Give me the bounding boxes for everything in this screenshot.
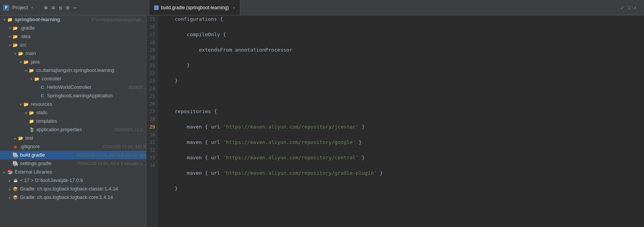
app-props-icon: 🍃 [29,127,35,133]
gradle-dir-icon: 📂 [12,25,18,31]
code-text[interactable]: configurations { compileOnly { extendsFr… [158,15,644,227]
tree-item-gitignore[interactable]: ◉ .gitignore 2024/2/25 11:05, 444 B [0,142,146,151]
java-arrow [18,60,23,64]
gitignore-date: 2024/2/25 11:05, 444 B [102,144,146,149]
test-label: test [25,135,146,141]
root-folder-icon: 📁 [7,17,13,23]
jdk-label: < 17 > D:\tool\Java\jdk-17.0.9 [20,178,146,183]
settings-gradle-date: 2024/2/28 21:01, 43 B 3 minutes a... [78,161,146,166]
helloworld-icon: C [39,84,45,90]
gradle-dir-arrow [7,26,12,30]
gitignore-label: .gitignore [20,144,102,149]
main-area: 📁 springboot-learning E:\workspace\java\… [0,15,644,227]
logback-classic-arrow [7,187,12,191]
tree-item-templates[interactable]: 📁 templates [0,117,146,125]
tree-item-resources[interactable]: 📂 resources [0,100,146,108]
main-icon: 📂 [18,50,24,57]
package-label: cn.daimajiangxin.springboot.learning [36,68,146,73]
ext-libs-label: External Libraries [15,169,146,175]
build-gradle-label: build.gradle [20,152,76,158]
controller-label: controller [42,76,146,82]
logback-classic-icon: 📦 [12,186,18,192]
jdk-icon: ☕ [12,177,18,184]
build-gradle-tab[interactable]: build.gradle (springboot-learning) × [149,0,240,15]
minimize-icon[interactable]: — [74,4,77,11]
package-icon: 📂 [29,67,35,73]
src-arrow [7,43,12,47]
tree-item-gradle-dir[interactable]: 📂 .gradle [0,24,146,32]
tree-item-java[interactable]: 📂 java [0,58,146,66]
idea-arrow [7,35,12,39]
code-editor[interactable]: 15 16 17 18 19 20 21 22 23 24 25 26 27 2… [146,15,644,227]
java-label: java [31,59,146,65]
project-dropdown-icon[interactable]: ▾ [31,5,33,10]
root-arrow [2,18,7,22]
status-caret[interactable]: ∧ [634,5,637,10]
app-props-date: 2024/2/25 11:3... [114,127,146,132]
tree-item-test[interactable]: 📂 test [0,134,146,142]
tree-item-static[interactable]: 📂 static [0,108,146,117]
tree-item-build-gradle[interactable]: 🐘 build.gradle 2024/2/28 21:03, 860 B A … [0,151,146,159]
helloworld-label: HelloWorldController [47,85,128,90]
gradle-file-icon [154,5,159,10]
project-tree[interactable]: 📁 springboot-learning E:\workspace\java\… [0,15,146,227]
main-arrow [12,52,18,56]
layout-icon[interactable]: ≡ [52,4,55,11]
root-label: springboot-learning [15,17,91,22]
controller-arrow [29,77,34,81]
editor-tabs: build.gradle (springboot-learning) × [149,0,620,15]
src-icon: 📂 [12,42,18,48]
tree-root[interactable]: 📁 springboot-learning E:\workspace\java\… [0,15,146,24]
test-icon: 📂 [18,135,24,141]
resources-icon: 📂 [23,101,29,107]
tree-item-jdk[interactable]: ☕ < 17 > D:\tool\Java\jdk-17.0.9 [0,176,146,185]
tree-item-app-props[interactable]: 🍃 application.properties 2024/2/25 11:3.… [0,125,146,134]
app-props-label: application.properties [36,127,114,132]
tree-item-idea[interactable]: 📂 .idea [0,32,146,41]
tree-item-main[interactable]: 📂 main [0,49,146,58]
build-gradle-icon: 🐘 [12,152,18,158]
controller-icon: 📂 [34,76,40,82]
tree-item-logback-classic[interactable]: 📦 Gradle: ch.qos.logback:logback-classic… [0,185,146,193]
helloworld-date: 2024/2/... [128,85,146,90]
tree-item-controller[interactable]: 📂 controller [0,75,146,83]
static-arrow [23,111,29,115]
static-label: static [36,110,146,115]
tab-label: build.gradle (springboot-learning) [161,5,229,10]
root-path: E:\workspace\java\springb... [91,17,144,22]
line-numbers: 15 16 17 18 19 20 21 22 23 24 25 26 27 2… [146,15,158,227]
check-icon: ✓ [620,5,625,11]
src-label: src [20,42,146,48]
tab-close-button[interactable]: × [233,5,235,10]
sort-icon[interactable]: ⇅ [59,4,62,11]
scope-icon[interactable]: ⊕ [44,4,48,11]
tree-item-src[interactable]: 📂 src [0,41,146,49]
project-label[interactable]: Project [12,5,28,10]
logback-core-icon: 📦 [12,194,18,200]
title-bar: P Project ▾ ⊕ ≡ ⇅ ⚙ — build.gradle (spri… [0,0,644,15]
app-label: SpringbootLearningApplication [47,93,146,98]
templates-label: templates [36,119,146,124]
tree-item-logback-core[interactable]: 📦 Gradle: ch.qos.logback:logback-core:1.… [0,193,146,202]
gradle-dir-label: .gradle [20,25,146,31]
templates-icon: 📁 [29,118,35,124]
idea-label: .idea [20,34,146,39]
settings-icon[interactable]: ⚙ [66,4,70,11]
logback-classic-label: Gradle: ch.qos.logback:logback-classic:1… [20,186,146,192]
test-arrow [12,136,18,140]
gitignore-icon: ◉ [12,144,18,150]
jdk-arrow [7,179,12,183]
settings-gradle-label: settings.gradle [20,161,78,166]
logback-core-arrow [7,195,12,200]
static-icon: 📂 [29,110,35,116]
toolbar-icons: ⊕ ≡ ⇅ ⚙ — [44,4,77,11]
tree-item-app[interactable]: C SpringbootLearningApplication [0,92,146,100]
tree-item-external-libs[interactable]: 📚 External Libraries [0,168,146,176]
tree-item-package[interactable]: 📂 cn.daimajiangxin.springboot.learning [0,66,146,75]
java-icon: 📂 [23,59,29,65]
package-arrow [23,68,29,73]
tree-item-settings-gradle[interactable]: 🐘 settings.gradle 2024/2/28 21:01, 43 B … [0,159,146,168]
app-icon: C [39,93,45,99]
project-icon: P [3,5,9,11]
tree-item-helloworld[interactable]: C HelloWorldController 2024/2/... [0,83,146,92]
